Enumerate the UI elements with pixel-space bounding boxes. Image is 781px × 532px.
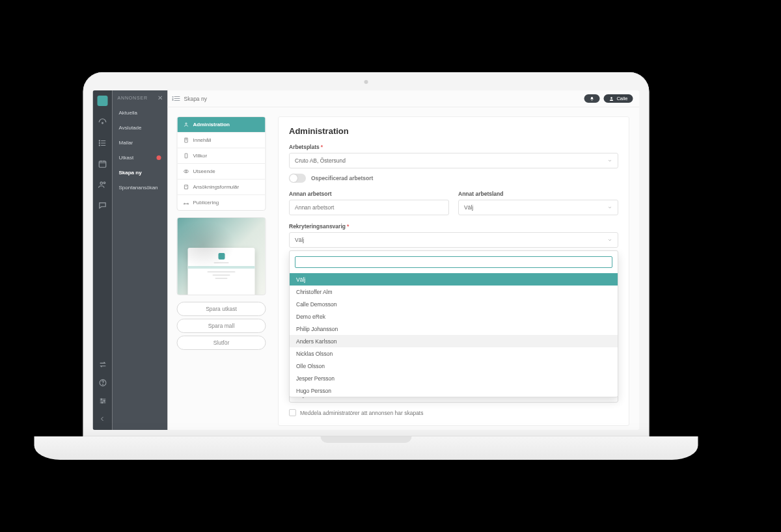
calendar-icon[interactable] xyxy=(98,159,107,168)
nav-item-avslutade[interactable]: Avslutade xyxy=(113,120,168,135)
svg-point-6 xyxy=(99,145,100,146)
breadcrumb-icon xyxy=(174,96,180,101)
notifications-button[interactable] xyxy=(584,94,599,103)
users-icon[interactable] xyxy=(98,180,107,189)
svg-point-19 xyxy=(103,400,105,401)
save-template-button[interactable]: Spara mall xyxy=(177,319,266,333)
main-area: Skapa ny Calle Adm xyxy=(168,90,640,430)
nav-item-aktuella[interactable]: Aktuella xyxy=(113,105,168,120)
secondary-nav: ANNONSER ✕ AktuellaAvslutadeMallarUtkast… xyxy=(113,90,168,430)
svg-point-12 xyxy=(103,182,105,184)
laptop-base xyxy=(34,436,698,460)
recruiter-option[interactable]: Anders Karlsson xyxy=(290,335,618,347)
recruiter-option[interactable]: Demo eRek xyxy=(290,310,618,323)
dashboard-icon[interactable] xyxy=(98,118,107,127)
recruiter-option[interactable]: Nicklas Olsson xyxy=(290,347,618,360)
laptop-mockup: ANNONSER ✕ AktuellaAvslutadeMallarUtkast… xyxy=(83,72,698,460)
user-menu[interactable]: Calle xyxy=(603,94,633,103)
nav-item-skapa-ny[interactable]: Skapa ny xyxy=(113,165,168,180)
unspecified-workplace-toggle[interactable]: Ospecificerad arbetsort xyxy=(289,174,618,183)
other-country-select[interactable]: Välj xyxy=(458,200,618,215)
step-villkor[interactable]: Villkor xyxy=(178,148,266,163)
help-icon[interactable] xyxy=(98,378,107,387)
recruiter-option[interactable]: Calle Demosson xyxy=(290,298,618,310)
svg-point-22 xyxy=(185,123,187,124)
wizard-side-column: AdministrationInnehållVillkorUtseendeAns… xyxy=(168,107,275,430)
svg-rect-7 xyxy=(99,161,106,167)
svg-point-11 xyxy=(100,182,103,185)
nav-item-mallar[interactable]: Mallar xyxy=(113,135,168,150)
recruiter-option[interactable]: Olle Olsson xyxy=(290,360,618,372)
svg-point-21 xyxy=(610,97,612,99)
user-name: Calle xyxy=(616,96,627,101)
chevron-down-icon xyxy=(607,237,612,243)
svg-point-18 xyxy=(100,398,102,399)
topbar: Skapa ny Calle xyxy=(168,90,640,107)
recruiter-option[interactable]: Hugo Persson xyxy=(290,384,618,397)
chevron-down-icon xyxy=(607,205,612,210)
transfer-icon[interactable] xyxy=(98,360,107,369)
settings-icon[interactable] xyxy=(98,396,107,405)
camera-dot xyxy=(364,80,368,84)
svg-point-4 xyxy=(99,140,100,141)
finish-button[interactable]: Slutför xyxy=(177,336,266,350)
app-logo xyxy=(98,96,108,106)
notify-admins-checkbox[interactable]: Meddela administratörer att annonsen har… xyxy=(289,409,618,416)
other-workplace-label: Annan arbetsort xyxy=(289,191,449,197)
form-content: Administration Arbetsplats* Cruto AB, Ös… xyxy=(275,107,640,430)
svg-rect-26 xyxy=(185,153,187,158)
recruiter-option[interactable]: Jesper Persson xyxy=(290,372,618,384)
step-administration[interactable]: Administration xyxy=(178,117,266,132)
nav-section-title: ANNONSER xyxy=(118,96,148,100)
workplace-select[interactable]: Cruto AB, Östersund xyxy=(289,153,618,168)
chat-icon[interactable] xyxy=(98,201,107,210)
administration-card: Administration Arbetsplats* Cruto AB, Ös… xyxy=(278,116,629,426)
save-draft-button[interactable]: Spara utkast xyxy=(177,302,266,316)
other-country-label: Annat arbetsland xyxy=(458,191,618,197)
recruiter-dropdown-panel: VäljChristoffer AlmCalle DemossonDemo eR… xyxy=(289,250,618,397)
recruiter-option[interactable]: Christoffer Alm xyxy=(290,286,618,298)
collapse-icon[interactable] xyxy=(98,414,107,423)
nav-close-icon[interactable]: ✕ xyxy=(158,94,163,101)
step-ans-kningsformul-r[interactable]: Ansökningsformulär xyxy=(178,179,266,194)
list-icon[interactable] xyxy=(98,139,107,148)
ad-preview-thumbnail[interactable] xyxy=(177,217,266,295)
recruiter-option[interactable]: Philip Johansson xyxy=(290,323,618,335)
step-utseende[interactable]: Utseende xyxy=(178,163,266,179)
recruiter-option[interactable]: Välj xyxy=(290,273,618,286)
svg-point-20 xyxy=(102,402,103,403)
wizard-steps: AdministrationInnehållVillkorUtseendeAns… xyxy=(177,116,266,211)
app-screen: ANNONSER ✕ AktuellaAvslutadeMallarUtkast… xyxy=(93,90,640,430)
recruiter-select[interactable]: Välj xyxy=(289,232,618,248)
svg-point-14 xyxy=(102,384,103,384)
svg-point-28 xyxy=(185,170,187,172)
svg-rect-29 xyxy=(184,185,187,189)
step-inneh-ll[interactable]: Innehåll xyxy=(178,132,266,148)
svg-point-5 xyxy=(99,142,100,143)
section-title: Administration xyxy=(289,126,618,136)
nav-item-spontanansökan[interactable]: Spontanansökan xyxy=(113,180,168,195)
step-publicering[interactable]: Publicering xyxy=(178,194,266,210)
workplace-label: Arbetsplats* xyxy=(289,144,618,150)
recruiter-label: Rekryteringsansvarig* xyxy=(289,223,618,230)
chevron-down-icon xyxy=(607,158,612,163)
svg-point-0 xyxy=(102,122,103,124)
breadcrumb: Skapa ny xyxy=(184,96,207,102)
nav-item-utkast[interactable]: Utkast xyxy=(113,150,168,165)
icon-rail xyxy=(93,90,113,430)
recruiter-search-input[interactable] xyxy=(295,256,612,268)
badge-dot xyxy=(157,155,161,160)
other-workplace-input[interactable] xyxy=(289,200,449,215)
